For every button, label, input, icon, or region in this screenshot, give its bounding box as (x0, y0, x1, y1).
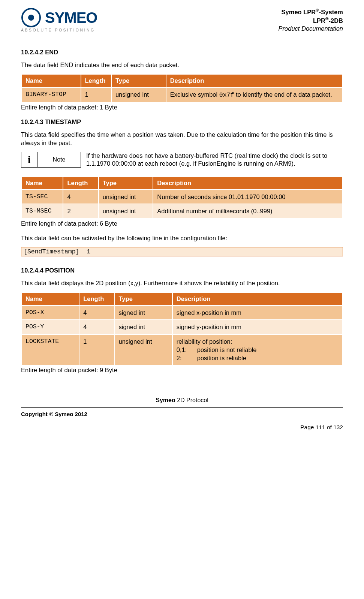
cell-desc: signed y-position in mm (172, 320, 343, 334)
logo: SYMEO ABSOLUTE POSITIONING (21, 7, 97, 32)
section-timestamp-intro: This data field specifies the time when … (21, 131, 343, 147)
end-table: Name Length Type Description BINARY-STOP… (21, 74, 343, 103)
section-timestamp-heading: 10.2.4.3 TIMESTAMP (21, 118, 343, 126)
section-position-intro: This data field displays the 2D position… (21, 279, 343, 288)
cell-desc: signed x-position in mm (172, 305, 343, 320)
table-header-row: Name Length Type Description (21, 74, 343, 87)
th-name: Name (21, 177, 63, 190)
cell-name: LOCKSTATE (21, 334, 79, 365)
note-text: If the hardware does not have a battery-… (86, 152, 343, 168)
copyright: Copyright © Symeo 2012 (21, 411, 87, 417)
th-type: Type (99, 177, 153, 190)
cell-type: unsigned int (111, 87, 166, 102)
cell-desc: reliability of position: 0,1:position is… (172, 334, 343, 365)
cell-length: 1 (81, 87, 111, 102)
cell-length: 4 (63, 190, 98, 204)
page-footer: Symeo 2D Protocol Copyright © Symeo 2012… (21, 397, 343, 431)
table-header-row: Name Length Type Description (21, 292, 343, 305)
title-line1a: Symeo LPR (282, 9, 316, 15)
timestamp-table: Name Length Type Description TS-SEC 4 un… (21, 176, 343, 219)
cell-length: 2 (63, 204, 98, 218)
th-name: Name (21, 292, 79, 305)
th-length: Length (81, 74, 111, 87)
doc-title: Symeo LPR®-System LPR®-2DB Product Docum… (279, 7, 343, 33)
cell-name: TS-SEC (21, 190, 63, 204)
table-header-row: Name Length Type Description (21, 177, 343, 190)
position-after: Entire length of data packet: 9 Byte (21, 366, 343, 374)
logo-icon (21, 7, 41, 28)
th-length: Length (79, 292, 114, 305)
timestamp-after: Entire length of data packet: 6 Byte (21, 220, 343, 228)
th-desc: Description (166, 74, 343, 87)
th-type: Type (111, 74, 166, 87)
title-line2b: -2DB (328, 17, 343, 24)
reg1: ® (316, 8, 319, 12)
title-line2a: LPR (313, 17, 325, 24)
section-end-intro: The data field END indicates the end of … (21, 61, 343, 69)
table-row: POS-X 4 signed int signed x-position in … (21, 305, 343, 320)
th-desc: Description (172, 292, 343, 305)
cell-type: unsigned int (99, 204, 153, 218)
footer-rule (21, 407, 343, 408)
cell-desc: Additional number of milliseconds (0..99… (153, 204, 343, 218)
th-type: Type (115, 292, 172, 305)
cell-length: 4 (79, 320, 114, 334)
th-name: Name (21, 74, 81, 87)
note-block: i Note If the hardware does not have a b… (21, 152, 343, 168)
svg-point-1 (28, 15, 34, 21)
table-row: BINARY-STOP 1 unsigned int Exclusive sym… (21, 87, 343, 102)
cell-name: POS-X (21, 305, 79, 320)
info-icon: i (21, 152, 37, 167)
config-code: [SendTimestamp] 1 (21, 247, 343, 256)
cell-length: 4 (79, 305, 114, 320)
table-row: POS-Y 4 signed int signed y-position in … (21, 320, 343, 334)
table-row: LOCKSTATE 1 unsigned int reliability of … (21, 334, 343, 365)
cell-type: signed int (115, 305, 172, 320)
page-number: Page 111 of 132 (21, 424, 343, 431)
footer-protocol: Symeo 2D Protocol (21, 397, 343, 404)
timestamp-activate: This data field can be activated by the … (21, 234, 343, 243)
position-table: Name Length Type Description POS-X 4 sig… (21, 292, 343, 365)
cell-desc: Number of seconds since 01.01.1970 00:00… (153, 190, 343, 204)
cell-type: signed int (115, 320, 172, 334)
logo-subtitle: ABSOLUTE POSITIONING (21, 28, 97, 32)
cell-type: unsigned int (99, 190, 153, 204)
section-end-heading: 10.2.4.2 END (21, 49, 343, 56)
th-desc: Description (153, 177, 343, 190)
title-line3: Product Documentation (279, 25, 343, 33)
cell-name: TS-MSEC (21, 204, 63, 218)
note-label: Note (37, 156, 81, 163)
end-after: Entire length of data packet: 1 Byte (21, 103, 343, 112)
cell-name: POS-Y (21, 320, 79, 334)
logo-word: SYMEO (45, 10, 97, 25)
cell-length: 1 (79, 334, 114, 365)
lock-desc-title: reliability of position: (177, 337, 339, 346)
section-position-heading: 10.2.4.4 POSITION (21, 267, 343, 274)
th-length: Length (63, 177, 98, 190)
note-badge: i Note (21, 152, 81, 168)
title-line1b: -System (319, 9, 343, 15)
cell-desc: Exclusive symbol 0x7f to identify the en… (166, 87, 343, 102)
header-rule (21, 38, 343, 38)
table-row: TS-MSEC 2 unsigned int Additional number… (21, 204, 343, 218)
cell-name: BINARY-STOP (21, 87, 81, 102)
page-header: SYMEO ABSOLUTE POSITIONING Symeo LPR®-Sy… (21, 7, 343, 36)
table-row: TS-SEC 4 unsigned int Number of seconds … (21, 190, 343, 204)
cell-type: unsigned int (115, 334, 172, 365)
